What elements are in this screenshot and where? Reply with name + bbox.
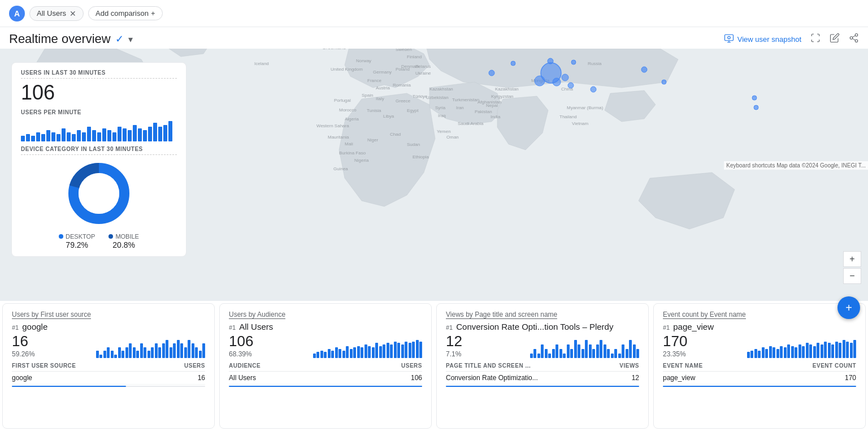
svg-text:Niger: Niger [367, 137, 378, 143]
spark-bar [611, 354, 614, 358]
add-comparison-button[interactable]: Add comparison + [88, 6, 163, 20]
spark-bar [787, 344, 790, 358]
spark-bar [409, 343, 411, 358]
table-row: google 16 [12, 372, 205, 385]
svg-text:Iraq: Iraq [438, 113, 446, 118]
bottom-card-1: Users by Audience #1 All Users 106 68.39… [219, 303, 432, 429]
spark-bar [162, 343, 165, 358]
svg-text:Yemen: Yemen [437, 129, 451, 134]
card-number-0: 16 [12, 333, 35, 350]
zoom-out-button[interactable]: − [843, 268, 861, 284]
spark-bar [133, 347, 136, 358]
svg-point-78 [850, 36, 853, 39]
share-button[interactable] [849, 33, 859, 46]
fullscreen-button[interactable] [810, 33, 821, 46]
svg-point-66 [535, 76, 545, 86]
spark-bar [136, 351, 139, 358]
card-number-row-3: 170 23.35% [663, 333, 856, 358]
spark-bar [828, 343, 831, 358]
card-rank-row-0: #1 google [12, 322, 205, 331]
svg-text:Myanmar (Burma): Myanmar (Burma) [567, 105, 604, 110]
mobile-label-item: MOBILE 20.8% [108, 232, 139, 249]
svg-text:India: India [491, 114, 501, 119]
spark-bar [622, 344, 624, 358]
table-row: Conversion Rate Optimizatio... 12 [446, 372, 639, 385]
col2-header-1: USERS [401, 363, 422, 369]
svg-text:Nepal: Nepal [486, 103, 498, 108]
card-name-3: page_view [673, 322, 714, 331]
spark-bar [331, 351, 334, 358]
row-value-0-0: 16 [198, 374, 205, 382]
spark-bar [353, 347, 356, 358]
svg-point-77 [855, 33, 858, 36]
all-users-chip[interactable]: All Users ✕ [29, 6, 84, 21]
spark-bar [592, 349, 595, 358]
device-category-label: DEVICE CATEGORY IN LAST 30 MINUTES [21, 146, 177, 155]
page-header: Realtime overview ✓ ▾ View user snapshot [0, 27, 868, 49]
spark-bar [533, 349, 536, 358]
spark-bar [626, 349, 628, 358]
spark-bar [806, 343, 809, 358]
spark-bar [394, 342, 397, 358]
spark-bar [846, 342, 849, 358]
spark-bar [541, 344, 544, 358]
bottom-card-2: Views by Page title and screen name #1 C… [436, 303, 649, 429]
svg-point-76 [728, 36, 731, 39]
spark-bar [614, 349, 617, 358]
spark-bar [809, 344, 812, 358]
fab-button[interactable]: + [837, 296, 860, 319]
col1-header-0: FIRST USER SOURCE [12, 363, 76, 369]
svg-text:Russia: Russia [588, 61, 602, 66]
top-bar: A All Users ✕ Add comparison + [0, 0, 868, 27]
card-spark-0 [35, 338, 205, 358]
chip-close-icon[interactable]: ✕ [70, 9, 76, 18]
spark-bar [180, 343, 183, 358]
spark-bar [335, 347, 338, 358]
row-name-1-0: All Users [229, 374, 256, 382]
spark-bar [629, 340, 632, 358]
spark-bar [188, 340, 190, 358]
spark-bar [552, 349, 555, 358]
spark-bar [155, 343, 158, 358]
svg-text:Iceland: Iceland [254, 61, 269, 66]
spark-bar [548, 354, 551, 358]
spark-bar [604, 344, 606, 358]
svg-text:Egypt: Egypt [407, 108, 419, 113]
view-snapshot-button[interactable]: View user snapshot [724, 33, 801, 45]
title-dropdown-arrow[interactable]: ▾ [128, 34, 133, 45]
spark-bar [607, 349, 610, 358]
svg-point-68 [562, 74, 568, 81]
card-number-1: 106 [229, 333, 253, 350]
spark-bar [405, 342, 407, 358]
svg-point-85 [79, 173, 119, 214]
zoom-in-button[interactable]: + [843, 251, 861, 267]
progress-bar-1-0 [229, 386, 422, 387]
spark-bar [313, 354, 316, 358]
spark-bar [772, 347, 775, 358]
spark-bar [387, 343, 389, 358]
spark-bar [578, 344, 580, 358]
spark-bar [324, 352, 327, 358]
users-30min-count: 106 [21, 81, 177, 105]
svg-point-72 [662, 80, 666, 84]
progress-bar-2-0 [446, 386, 639, 387]
edit-button[interactable] [830, 33, 840, 46]
left-stats-panel: USERS IN LAST 30 MINUTES 106 USERS PER M… [11, 62, 186, 257]
per-minute-label: USERS PER MINUTE [21, 109, 177, 115]
card-rank-2: #1 [446, 324, 453, 331]
desktop-value: 79.2% [59, 240, 95, 249]
users-30min-label: USERS IN LAST 30 MINUTES [21, 70, 177, 79]
svg-text:Syria: Syria [435, 105, 446, 110]
spark-bar [173, 343, 176, 358]
view-snapshot-label: View user snapshot [737, 35, 801, 44]
spark-bar [140, 343, 143, 358]
spark-bar [780, 346, 783, 358]
svg-text:Morocco: Morocco [339, 107, 357, 113]
spark-bar [361, 347, 363, 358]
spark-bar [791, 346, 794, 358]
add-icon: + [151, 9, 155, 18]
donut-chart-container [21, 160, 177, 227]
col1-header-3: EVENT NAME [663, 363, 703, 369]
spark-bar [316, 352, 319, 358]
spark-bar [835, 342, 838, 358]
